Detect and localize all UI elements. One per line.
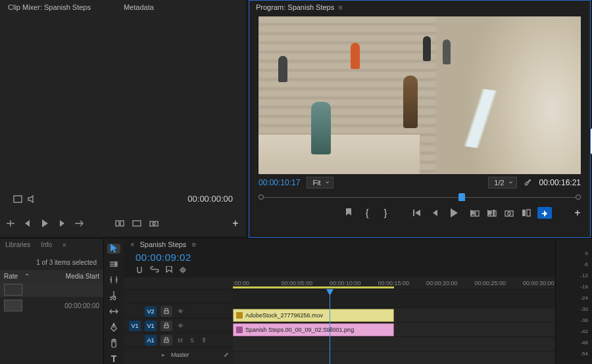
close-sequence-icon[interactable]: × — [130, 240, 134, 248]
meter-tick: -24 — [580, 295, 588, 301]
tabs-overflow-icon[interactable]: » — [62, 241, 66, 248]
sequence-name[interactable]: Spanish Steps — [139, 240, 186, 248]
lane-v1[interactable]: Spanish Steps.00_00_09_02.Still001.png — [233, 322, 555, 336]
export-icon[interactable] — [537, 207, 552, 219]
type-tool-icon[interactable]: T — [107, 353, 120, 364]
time-ruler[interactable]: :00:0000:00:05:0000:00:10:0000:00:15:000… — [233, 277, 555, 289]
v2-target[interactable]: V2 — [145, 306, 157, 317]
lane-master[interactable] — [233, 351, 555, 364]
linked-selection-icon[interactable] — [150, 266, 159, 274]
lock-icon[interactable] — [160, 306, 172, 317]
track-header-a1[interactable]: A1 M S 🎙 — [124, 335, 233, 346]
program-scrub-bar[interactable] — [259, 193, 581, 202]
lift-icon[interactable] — [469, 207, 481, 219]
insert-icon[interactable] — [5, 218, 16, 229]
marker-icon[interactable] — [343, 207, 355, 219]
sequence-menu-icon[interactable]: ≡ — [191, 240, 195, 248]
work-area-bar[interactable] — [233, 286, 394, 288]
insert-clip-icon[interactable] — [114, 218, 125, 229]
wrench-icon[interactable] — [524, 178, 533, 187]
export-frame-icon[interactable] — [149, 218, 159, 229]
zoom-fit-dropdown[interactable]: Fit — [307, 177, 333, 189]
overwrite-icon[interactable] — [74, 218, 84, 229]
ruler-tick: 00:00:30:00 — [523, 280, 555, 286]
meter-tick: -18 — [580, 284, 588, 290]
track-headers: V2 👁 V1 V1 👁 A1 M S — [124, 277, 233, 364]
resolution-dropdown[interactable]: 1/2 — [488, 177, 516, 189]
goto-in-icon[interactable] — [411, 207, 423, 219]
svg-point-13 — [182, 269, 184, 271]
out-bracket-icon[interactable]: } — [380, 207, 391, 219]
play-icon[interactable] — [448, 207, 460, 219]
snap-icon[interactable] — [136, 266, 143, 274]
ruler-tick: 00:00:05:00 — [282, 280, 313, 286]
program-playhead[interactable] — [458, 193, 465, 201]
solo-icon[interactable]: S — [188, 337, 196, 344]
expand-icon[interactable]: ▸ — [159, 352, 167, 358]
toggle-track-icon[interactable] — [13, 195, 22, 203]
sort-asc-icon[interactable]: ⌃ — [24, 273, 30, 280]
overwrite-clip-icon[interactable] — [132, 218, 142, 229]
clip-v1-name: Spanish Steps.00_00_09_02.Still001.png — [245, 327, 354, 333]
master-label: Master — [171, 352, 189, 358]
ripple-edit-tool-icon[interactable] — [107, 275, 120, 285]
column-headers[interactable]: Rate ⌃ Media Start — [0, 270, 103, 283]
eye-icon[interactable]: 👁 — [176, 323, 184, 329]
settings-icon[interactable] — [179, 266, 187, 274]
svg-rect-12 — [527, 210, 530, 216]
selection-status: 1 of 3 items selected — [0, 251, 103, 270]
lock-icon[interactable] — [160, 335, 172, 346]
voiceover-icon[interactable]: 🎙 — [200, 337, 208, 344]
tab-libraries[interactable]: Libraries — [5, 241, 30, 248]
toggle-audio-icon[interactable] — [28, 195, 37, 203]
eye-icon[interactable]: 👁 — [176, 308, 184, 315]
sequence-timecode[interactable]: 00:00:09:02 — [124, 250, 555, 265]
slip-tool-icon[interactable] — [107, 306, 120, 316]
plus-icon[interactable]: + — [230, 218, 241, 229]
program-left-timecode[interactable]: 00:00:10:17 — [259, 178, 300, 187]
step-fwd-icon[interactable] — [57, 218, 67, 229]
step-back-icon[interactable] — [430, 207, 441, 219]
tab-clip-mixer[interactable]: Clip Mixer: Spanish Steps — [8, 3, 91, 11]
track-header-v2[interactable]: V2 👁 — [124, 306, 233, 317]
timeline-tracks[interactable]: :00:0000:00:05:0000:00:10:0000:00:15:000… — [233, 277, 555, 364]
clip-v1[interactable]: Spanish Steps.00_00_09_02.Still001.png — [233, 323, 394, 336]
clip-row[interactable]: 00:00:00:00 — [0, 297, 103, 314]
col-rate[interactable]: Rate — [4, 273, 18, 280]
pen-tool-icon[interactable] — [107, 322, 120, 332]
razor-tool-icon[interactable] — [107, 291, 120, 301]
mute-icon[interactable]: M — [176, 337, 184, 344]
selection-tool-icon[interactable] — [107, 244, 120, 254]
program-menu-icon[interactable]: ≡ — [338, 3, 342, 11]
track-header-v1[interactable]: V1 V1 👁 — [124, 321, 233, 331]
compare-icon[interactable] — [520, 207, 532, 219]
meter-tick: -6 — [583, 262, 588, 267]
lock-icon[interactable] — [160, 321, 172, 331]
extract-icon[interactable] — [486, 207, 498, 219]
program-right-timecode: 00:00:16:21 — [539, 178, 581, 187]
play-icon[interactable] — [39, 218, 50, 229]
col-media-start[interactable]: Media Start — [66, 273, 99, 280]
track-select-tool-icon[interactable] — [107, 260, 120, 269]
timeline-playhead[interactable] — [330, 289, 330, 364]
hand-tool-icon[interactable] — [107, 338, 120, 348]
tab-info[interactable]: Info — [41, 241, 52, 248]
in-bracket-icon[interactable]: { — [361, 207, 373, 219]
program-monitor[interactable] — [259, 16, 581, 174]
v1-target[interactable]: V1 — [145, 321, 157, 331]
collapse-tracks-icon[interactable]: ⤢ — [224, 352, 229, 358]
svg-rect-16 — [164, 340, 168, 342]
clip-v2[interactable]: AdobeStock_277796256.mov — [233, 309, 394, 322]
lane-v2[interactable]: AdobeStock_277796256.mov — [233, 307, 555, 322]
source-transport: + — [5, 218, 241, 229]
a1-target[interactable]: A1 — [145, 335, 157, 346]
marker-tool-icon[interactable] — [166, 266, 172, 274]
camera-icon[interactable] — [503, 207, 515, 219]
tab-metadata[interactable]: Metadata — [124, 3, 154, 11]
lane-a1[interactable] — [233, 336, 555, 351]
step-back-icon[interactable] — [22, 218, 33, 229]
track-header-master[interactable]: ▸ Master ⤢ — [124, 352, 233, 358]
v1-source-patch[interactable]: V1 — [129, 321, 141, 331]
plus-icon[interactable]: + — [572, 207, 583, 219]
bin-row[interactable] — [0, 283, 103, 297]
